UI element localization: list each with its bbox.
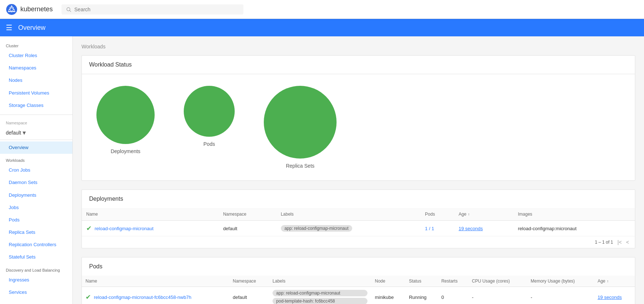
sidebar-item-replica-sets[interactable]: Replica Sets [0,226,72,239]
sidebar-item-nodes[interactable]: Nodes [0,74,72,87]
deployment-status-cell: ✔ reload-configmap-micronaut [82,221,219,236]
main-content: Workloads Workload Status Deployments Po… [73,36,644,304]
pod-label-chip-2: pod-template-hash: fc6bcc458 [273,298,367,304]
pod-col-name: Name [82,276,229,287]
pod-age: 19 seconds [594,287,635,304]
sidebar-item-namespaces[interactable]: Namespaces [0,62,72,74]
search-input[interactable] [74,7,239,12]
pod-node: minikube [371,287,405,304]
kubernetes-logo-icon [6,4,17,15]
sidebar: Cluster Cluster Roles Namespaces Nodes P… [0,36,73,304]
status-ok-icon: ✔ [86,224,92,232]
col-images: Images [514,208,635,221]
pod-col-status: Status [405,276,438,287]
deployments-circle [96,86,155,144]
deployments-pagination: 1 – 1 of 1 |< < [82,236,635,248]
pod-memory: - [527,287,594,304]
pagination-info: 1 – 1 of 1 [595,240,613,245]
pod-age-sort-icon: ↑ [607,279,609,283]
replica-sets-circle-item: Replica Sets [264,86,337,169]
workload-status-card: Workload Status Deployments Pods Replica… [82,55,635,181]
label-chip: app: reload-configmap-micronaut [281,225,352,232]
section-bar-title: Overview [18,24,45,32]
cluster-group-label: Cluster [0,39,72,49]
table-row: ✔ reload-configmap-micronaut-fc6bcc458-n… [82,287,635,304]
replica-sets-label: Replica Sets [286,163,315,169]
pod-name-link[interactable]: reload-configmap-micronaut-fc6bcc458-nwb… [94,295,191,300]
pods-table-header: Pods [82,257,635,276]
sidebar-item-pods[interactable]: Pods [0,214,72,226]
pods-circle [184,86,235,137]
svg-line-3 [70,10,71,11]
deployment-pods: 1 / 1 [421,221,454,236]
pagination-prev-icon[interactable]: < [626,239,629,245]
deployment-namespace: default [219,221,277,236]
deployments-table: Name Namespace Labels Pods Age ↑ Images [82,208,635,236]
pod-restarts: 0 [438,287,468,304]
page-title: Workloads [82,44,635,49]
namespace-selector[interactable]: default ▾ [0,126,72,140]
deployment-image: reload-configmap:micronaut [514,221,635,236]
workloads-group-label: Workloads [0,154,72,164]
col-age[interactable]: Age ↑ [454,208,514,221]
logo-text: kubernetes [20,5,53,13]
deployments-label: Deployments [111,148,140,154]
sidebar-item-stateful-sets[interactable]: Stateful Sets [0,251,72,263]
pod-col-labels: Labels [269,276,371,287]
sidebar-item-replication-controllers[interactable]: Replication Controllers [0,239,72,251]
pod-col-memory: Memory Usage (bytes) [527,276,594,287]
age-sort-icon: ↑ [468,212,470,216]
dropdown-arrow-icon: ▾ [23,129,26,137]
pod-status-ok-icon: ✔ [86,293,91,301]
pod-col-restarts: Restarts [438,276,468,287]
pods-table-header-row: Name Namespace Labels Node Status Restar… [82,276,635,287]
pagination-first-icon[interactable]: |< [617,239,622,245]
pod-label-chip-1: app: reload-configmap-micronaut [273,290,367,296]
namespace-label: Namespace [0,118,72,126]
table-row: ✔ reload-configmap-micronaut default app… [82,221,635,236]
pods-table: Name Namespace Labels Node Status Restar… [82,276,635,304]
sidebar-item-persistent-volumes[interactable]: Persistent Volumes [0,87,72,99]
col-labels: Labels [277,208,421,221]
search-bar[interactable] [61,4,243,15]
pod-col-namespace: Namespace [229,276,269,287]
layout: Cluster Cluster Roles Namespaces Nodes P… [0,36,644,304]
sidebar-item-ingresses[interactable]: Ingresses [0,274,72,286]
pod-labels: app: reload-configmap-micronaut pod-temp… [269,287,371,304]
svg-point-2 [67,7,70,11]
section-bar: ☰ Overview [0,19,644,36]
sidebar-item-cron-jobs[interactable]: Cron Jobs [0,164,72,176]
pod-col-cpu: CPU Usage (cores) [468,276,527,287]
col-name: Name [82,208,219,221]
pods-circle-item: Pods [184,86,235,147]
deployments-table-header-row: Name Namespace Labels Pods Age ↑ Images [82,208,635,221]
pod-cpu: - [468,287,527,304]
logo: kubernetes [6,4,53,15]
sidebar-item-storage-classes[interactable]: Storage Classes [0,99,72,112]
pod-col-node: Node [371,276,405,287]
replica-sets-circle [264,86,337,159]
namespace-value: default [6,130,21,136]
sidebar-item-cluster-roles[interactable]: Cluster Roles [0,49,72,62]
hamburger-icon[interactable]: ☰ [6,23,12,32]
workload-status-header: Workload Status [82,56,635,74]
sidebar-item-services[interactable]: Services [0,286,72,299]
sidebar-item-daemon-sets[interactable]: Daemon Sets [0,176,72,189]
deployment-age: 19 seconds [454,221,514,236]
deployment-name-link[interactable]: reload-configmap-micronaut [95,226,154,231]
discovery-group-label: Discovery and Load Balancing [0,264,72,274]
deployments-circle-item: Deployments [96,86,155,154]
sidebar-item-jobs[interactable]: Jobs [0,201,72,214]
search-icon [66,7,71,12]
deployment-labels: app: reload-configmap-micronaut [277,221,421,236]
deployments-card: Deployments Name Namespace Labels Pods A… [82,189,635,248]
pod-col-age[interactable]: Age ↑ [594,276,635,287]
pod-namespace: default [229,287,269,304]
pod-run-status: Running [405,287,438,304]
col-namespace: Namespace [219,208,277,221]
sidebar-item-overview[interactable]: Overview [0,141,72,154]
workload-status-row: Deployments Pods Replica Sets [82,74,635,180]
pod-status-cell: ✔ reload-configmap-micronaut-fc6bcc458-n… [82,287,229,304]
sidebar-item-deployments[interactable]: Deployments [0,189,72,201]
sidebar-divider-1 [0,115,72,115]
